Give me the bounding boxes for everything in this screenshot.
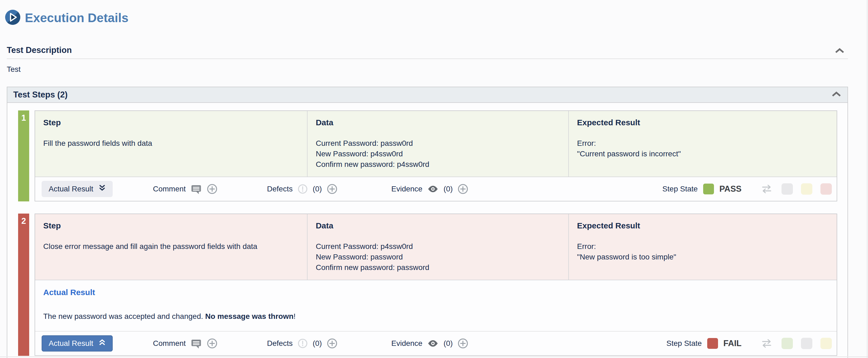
add-defect-icon[interactable] <box>327 184 338 194</box>
double-chevron-down-icon <box>99 184 106 194</box>
test-steps-body: 1 Step Fill the password fields with dat… <box>7 103 847 358</box>
expected-line: "New password is too simple" <box>577 252 829 262</box>
evidence-label: Evidence <box>391 339 423 348</box>
defect-warning-icon[interactable] <box>298 338 308 349</box>
actual-result-block: Actual Result The new password was accep… <box>35 280 837 331</box>
expected-line: "Current password is incorrect" <box>577 149 829 159</box>
step-state-label: Step State <box>662 185 698 193</box>
data-column-title: Data <box>316 221 560 230</box>
evidence-count: (0) <box>443 185 453 193</box>
data-column-title: Data <box>316 118 560 127</box>
comment-icon[interactable] <box>190 338 202 349</box>
add-evidence-icon[interactable] <box>458 184 468 194</box>
defects-group: Defects (0) <box>267 184 338 194</box>
state-option-3[interactable] <box>820 183 832 195</box>
step-column-title: Step <box>43 118 299 127</box>
eye-icon[interactable] <box>427 185 439 193</box>
step-state-group: Step State PASS <box>662 183 832 195</box>
step-footer: Actual Result Comment <box>35 177 837 201</box>
chevron-up-icon[interactable] <box>835 47 845 55</box>
actual-result-toggle-button[interactable]: Actual Result <box>42 335 113 352</box>
actual-result-text-normal: The new password was accepted and change… <box>43 312 205 321</box>
evidence-count: (0) <box>443 339 453 348</box>
state-option-2[interactable] <box>801 338 812 349</box>
actual-result-button-label: Actual Result <box>49 339 93 348</box>
data-cell: Data Current Password: p4ssw0rd New Pass… <box>308 214 569 280</box>
page-header: Execution Details <box>5 0 848 33</box>
step-number-badge: 2 <box>18 214 29 356</box>
swap-arrows-icon[interactable] <box>760 185 773 194</box>
scrollbar[interactable] <box>867 0 867 358</box>
expected-column-title: Expected Result <box>577 221 829 230</box>
state-color-chip <box>703 184 714 194</box>
step-number-badge: 1 <box>18 110 29 201</box>
test-description-body: Test <box>7 65 848 74</box>
actual-result-button-label: Actual Result <box>49 185 93 193</box>
evidence-group: Evidence (0) <box>391 184 468 194</box>
state-text: FAIL <box>723 338 742 348</box>
add-defect-icon[interactable] <box>327 338 338 349</box>
add-comment-icon[interactable] <box>207 184 218 194</box>
actual-result-toggle-button[interactable]: Actual Result <box>42 181 113 197</box>
data-line: New Password: p4ssw0rd <box>316 149 560 159</box>
defects-group: Defects (0) <box>267 338 338 349</box>
expected-result-cell: Expected Result Error: "New password is … <box>569 214 837 280</box>
eye-icon[interactable] <box>427 339 439 348</box>
chevron-up-icon[interactable] <box>831 91 841 99</box>
double-chevron-up-icon <box>99 338 106 348</box>
add-evidence-icon[interactable] <box>458 338 468 349</box>
actual-result-text-bold: No message was thrown <box>205 312 293 321</box>
data-line: Confirm new password: p4ssw0rd <box>316 159 560 169</box>
add-comment-icon[interactable] <box>207 338 218 349</box>
page-title: Execution Details <box>25 10 128 25</box>
test-description-title: Test Description <box>7 45 72 55</box>
expected-line: Error: <box>577 138 829 149</box>
defect-warning-icon[interactable] <box>298 184 308 194</box>
data-line: Current Password: p4ssw0rd <box>316 241 560 252</box>
defects-label: Defects <box>267 339 293 348</box>
comment-label: Comment <box>153 339 186 348</box>
step-footer: Actual Result Comment <box>35 331 837 355</box>
actual-result-text-suffix: ! <box>293 312 296 321</box>
evidence-label: Evidence <box>391 185 423 193</box>
state-option-2[interactable] <box>801 183 812 195</box>
step-cell: Step Close error message and fill again … <box>35 214 308 280</box>
test-steps-title: Test Steps (2) <box>13 90 67 100</box>
step-text: Fill the password fields with data <box>43 138 299 149</box>
state-option-3[interactable] <box>820 338 832 349</box>
step-text: Close error message and fill again the p… <box>43 241 299 252</box>
actual-result-text: The new password was accepted and change… <box>43 312 829 321</box>
defects-count: (0) <box>313 339 322 348</box>
step-card: Step Fill the password fields with data … <box>35 110 837 201</box>
data-cell: Data Current Password: passw0rd New Pass… <box>308 111 569 176</box>
step-card: Step Close error message and fill again … <box>35 214 837 356</box>
step-cells: Step Close error message and fill again … <box>35 214 837 280</box>
comment-group: Comment <box>153 183 218 195</box>
comment-group: Comment <box>153 338 218 349</box>
step-column-title: Step <box>43 221 299 230</box>
expected-column-title: Expected Result <box>577 118 829 127</box>
data-line: New Password: password <box>316 252 560 262</box>
state-option-1[interactable] <box>781 338 793 349</box>
comment-icon[interactable] <box>190 183 202 195</box>
test-step-row-1: 1 Step Fill the password fields with dat… <box>18 110 837 201</box>
expected-line: Error: <box>577 241 829 252</box>
page-content: Execution Details Test Description Test … <box>7 0 848 358</box>
test-steps-header: Test Steps (2) <box>7 87 847 103</box>
defects-label: Defects <box>267 185 293 193</box>
data-line: Confirm new password: password <box>316 262 560 273</box>
divider <box>0 356 868 357</box>
test-step-row-2: 2 Step Close error message and fill agai… <box>18 214 837 356</box>
actual-result-title: Actual Result <box>43 288 829 297</box>
swap-arrows-icon[interactable] <box>760 339 773 348</box>
data-line: Current Password: passw0rd <box>316 138 560 149</box>
state-text: PASS <box>719 184 742 194</box>
expected-result-cell: Expected Result Error: "Current password… <box>569 111 837 176</box>
execution-play-icon <box>5 9 21 26</box>
step-cell: Step Fill the password fields with data <box>35 111 308 176</box>
divider <box>7 58 848 59</box>
state-option-1[interactable] <box>781 183 793 195</box>
step-state-group: Step State FAIL <box>666 338 832 349</box>
comment-label: Comment <box>153 185 186 193</box>
evidence-group: Evidence (0) <box>391 338 468 349</box>
